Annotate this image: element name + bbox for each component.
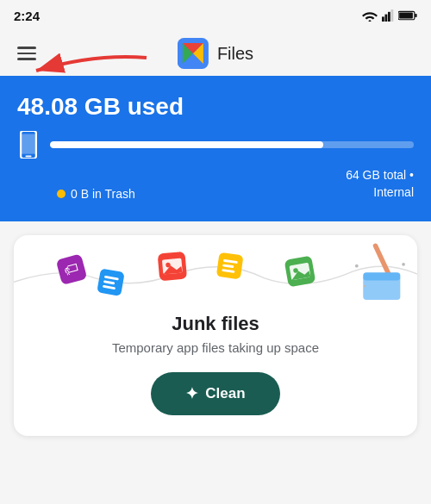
junk-card: 🏷 — [14, 235, 417, 436]
rope-svg: 🏷 — [14, 235, 417, 313]
storage-banner: 48.08 GB used 0 B in Trash 64 GB total •… — [0, 76, 431, 221]
svg-point-38 — [364, 285, 366, 288]
svg-rect-36 — [363, 272, 400, 280]
storage-details: 0 B in Trash 64 GB total • Internal — [17, 167, 414, 201]
total-info: 64 GB total • Internal — [346, 167, 414, 201]
svg-rect-4 — [391, 9, 394, 22]
total-label: 64 GB total • — [346, 168, 414, 182]
svg-rect-15 — [25, 155, 31, 157]
storage-type: Internal — [373, 185, 414, 199]
app-title-area: Files — [178, 38, 253, 69]
svg-rect-6 — [415, 14, 416, 17]
icons-row: 🏷 — [14, 235, 417, 313]
card-area: 🏷 — [0, 221, 431, 450]
yellow-dot — [57, 190, 66, 198]
storage-bar-container — [50, 141, 414, 148]
svg-rect-3 — [388, 12, 390, 22]
svg-point-39 — [402, 263, 405, 266]
top-bar: Files — [0, 31, 431, 76]
svg-rect-14 — [21, 134, 36, 154]
status-bar: 2:24 — [0, 0, 431, 31]
svg-rect-2 — [385, 15, 388, 22]
status-time: 2:24 — [14, 9, 40, 23]
card-content: Junk files Temporary app files taking up… — [14, 313, 417, 415]
clean-button-label: Clean — [205, 385, 245, 402]
status-icons — [362, 9, 417, 22]
sparkle-icon: ✦ — [185, 384, 198, 403]
phone-storage-icon — [17, 131, 40, 159]
clean-button[interactable]: ✦ Clean — [151, 372, 279, 415]
storage-used-text: 48.08 GB used — [17, 93, 414, 121]
storage-bar-row — [17, 131, 414, 159]
svg-point-0 — [369, 20, 372, 22]
trash-info: 0 B in Trash — [57, 187, 135, 201]
app-title: Files — [217, 44, 253, 64]
trash-label: 0 B in Trash — [71, 187, 135, 201]
junk-subtitle: Temporary app files taking up space — [31, 340, 400, 355]
storage-bar-fill — [50, 141, 323, 148]
svg-rect-7 — [399, 12, 413, 18]
svg-rect-1 — [382, 16, 384, 22]
junk-title: Junk files — [31, 313, 400, 335]
signal-icon — [382, 9, 394, 22]
wifi-icon — [362, 9, 378, 22]
svg-point-37 — [355, 264, 359, 268]
app-logo — [178, 38, 209, 69]
battery-icon — [398, 10, 417, 21]
hamburger-menu-button[interactable] — [14, 43, 40, 64]
